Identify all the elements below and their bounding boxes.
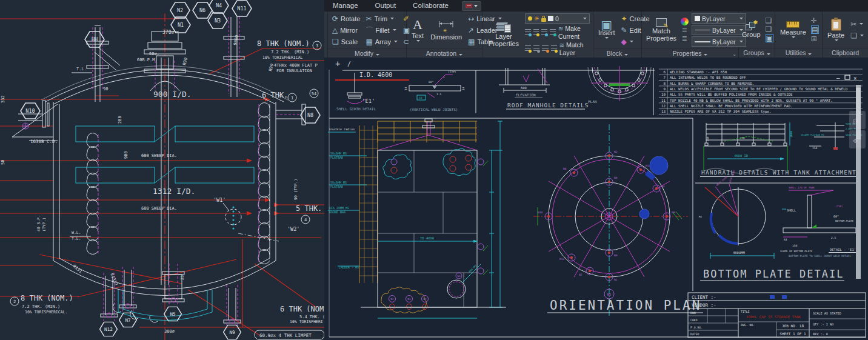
lineweight-icon: ≣	[682, 35, 687, 42]
ribbon-tab-bar: Manage Output Collaborate	[324, 0, 868, 12]
match-layer-button[interactable]: ≋ Match Layer	[559, 41, 590, 56]
svg-text:N9: N9	[614, 254, 618, 257]
layer-sun-icon[interactable]	[542, 45, 548, 52]
svg-text:(TYP): (TYP)	[448, 70, 456, 73]
measure-button[interactable]: Measure	[778, 21, 808, 38]
svg-text:600 SWEEP DIA.: 600 SWEEP DIA.	[141, 206, 177, 211]
lineweight-select[interactable]: ByLayer	[692, 36, 747, 47]
svg-text:'E1': 'E1'	[362, 98, 375, 104]
copy-clip-button[interactable]: ❏	[849, 30, 865, 41]
drawing-minimize-button[interactable]: —	[836, 75, 840, 81]
insert-button[interactable]: ▣ Insert	[596, 21, 617, 39]
make-current-button[interactable]: ≋ Make Current	[558, 25, 590, 40]
panel-title-properties[interactable]: Properties ⌄	[642, 48, 738, 58]
svg-text:DIA 20MM MS: DIA 20MM MS	[329, 206, 349, 210]
drawing-title-value: 100KL CAP SS STORAGE TANK	[746, 315, 801, 319]
layer-select[interactable]: ☀ 0	[525, 13, 590, 24]
layer-lock-icon[interactable]	[550, 29, 556, 36]
drawing-close-button[interactable]: ✕	[853, 75, 856, 81]
color-wheel-icon[interactable]	[681, 18, 689, 25]
svg-text:5.4 THK. (M: 5.4 THK. (M	[299, 315, 324, 319]
chevron-down-icon	[376, 54, 379, 56]
model-space-canvas[interactable]: + / I.D. 4600 'E1' SHELL GIRTH DETAIL (T…	[324, 58, 868, 340]
layer-unlock-icon[interactable]	[551, 45, 557, 52]
chevron-down-icon	[474, 5, 478, 7]
svg-text:N1: N1	[614, 278, 618, 281]
svg-text:900: 900	[124, 151, 129, 159]
svg-text:2: 2	[13, 299, 16, 304]
svg-text:5 THK.: 5 THK.	[296, 204, 322, 213]
layer-properties-button[interactable]: Layer Properties	[486, 22, 522, 47]
layer-freeze-icon[interactable]	[525, 29, 531, 36]
tag-n5: N5	[170, 312, 175, 317]
tag-n8: N8	[307, 112, 313, 118]
select-all-icon[interactable]: ▤	[811, 25, 819, 34]
group-selection-icon[interactable]: ▣	[766, 34, 773, 42]
layer-thaw-icon[interactable]	[533, 45, 539, 52]
panel-title-block[interactable]: Block	[593, 48, 641, 58]
fillet-button[interactable]: ⌒Fillet	[364, 25, 399, 35]
text-icon: A	[413, 18, 422, 32]
tag-n9: N9	[229, 330, 235, 335]
panel-clipboard: Paste ✂ ❏ Clipboard	[823, 12, 868, 58]
tag-n3: N3	[215, 18, 221, 24]
layer-isolate-icon[interactable]	[541, 29, 547, 36]
svg-text:DWN: DWN	[690, 312, 696, 315]
scale-button[interactable]: ❏Scale	[331, 36, 361, 47]
cut-button[interactable]: ✂	[849, 19, 865, 29]
slash-mark: /	[347, 61, 351, 67]
linetype-select[interactable]: ByLayer	[692, 25, 747, 35]
layer-off-icon[interactable]	[533, 29, 539, 36]
svg-text:FLATBAR: FLATBAR	[330, 156, 344, 159]
svg-text:10% TORISPHERICAL: 10% TORISPHERICAL	[262, 55, 303, 60]
leader-icon: ↗	[468, 27, 474, 34]
svg-text:8 THK (NOM.): 8 THK (NOM.)	[257, 39, 310, 48]
chevron-down-icon	[792, 36, 795, 38]
tag-n10: N10	[25, 108, 35, 114]
match-properties-button[interactable]: Match Properties	[645, 18, 678, 42]
panel-title-modify[interactable]: Modify	[328, 48, 406, 58]
svg-text:1000: 1000	[790, 131, 793, 138]
quick-calc-icon[interactable]: ⊞	[811, 35, 819, 42]
group-edit-icon[interactable]: ❏	[766, 25, 773, 33]
dimension-button[interactable]: ✳ Dimension	[429, 19, 464, 41]
rotate-button[interactable]: ⟳Rotate	[331, 13, 361, 24]
svg-text:6: 6	[443, 76, 445, 79]
panel-title-utilities[interactable]: Utilities	[775, 48, 822, 58]
linear-icon: ↔	[468, 15, 474, 22]
panel-title-groups[interactable]: Groups	[739, 48, 775, 58]
create-block-icon: ✦	[621, 15, 627, 22]
svg-text:(VERTICAL WELD JOINTS): (VERTICAL WELD JOINTS)	[410, 107, 458, 112]
svg-text:50x6MM MS: 50x6MM MS	[330, 152, 347, 155]
chevron-down-icon	[459, 54, 462, 56]
paste-button[interactable]: Paste	[826, 19, 846, 41]
array-button[interactable]: ▦Array	[364, 36, 399, 47]
measure-icon	[786, 21, 800, 28]
vessel-ga-svg: HH N2 N1 N6 N4 N3 N11 N10 N8 N12 N7 N5 N…	[0, 0, 324, 340]
cut-icon: ✂	[850, 21, 856, 28]
quick-select-icon[interactable]: ✛	[811, 17, 819, 24]
svg-text:6 THK (NOM: 6 THK (NOM	[280, 305, 324, 313]
tab-collaborate[interactable]: Collaborate	[404, 0, 457, 12]
svg-text:W.L.: W.L.	[72, 230, 81, 235]
chevron-down-icon	[390, 18, 394, 19]
tab-manage[interactable]: Manage	[324, 0, 367, 12]
group-button[interactable]: Group	[740, 22, 763, 38]
tab-output[interactable]: Output	[367, 0, 405, 12]
panel-title-annotation[interactable]: Annotation	[407, 48, 482, 58]
layer-on-icon[interactable]	[525, 45, 531, 52]
job-number: JOB NO. 18	[782, 324, 804, 328]
object-color-select[interactable]: ByLayer	[692, 13, 747, 24]
trim-button[interactable]: ✂Trim	[364, 13, 399, 24]
svg-text:ELEVATION: ELEVATION	[516, 93, 536, 97]
text-button[interactable]: A Text	[410, 18, 426, 42]
array-icon: ▦	[366, 38, 372, 45]
workspace-dropdown[interactable]	[462, 1, 481, 11]
svg-text:knuckle radius: knuckle radius	[329, 127, 355, 131]
mirror-button[interactable]: △Mirror	[331, 25, 361, 35]
svg-text:N2: N2	[390, 298, 394, 301]
insert-icon: ▣	[601, 21, 612, 28]
tag-n2: N2	[177, 7, 183, 13]
ungroup-icon[interactable]: ❏	[766, 17, 773, 24]
panel-modify: ⟳Rotate △Mirror ❏Scale ✂Trim ⌒Fillet ▦Ar…	[328, 12, 407, 58]
